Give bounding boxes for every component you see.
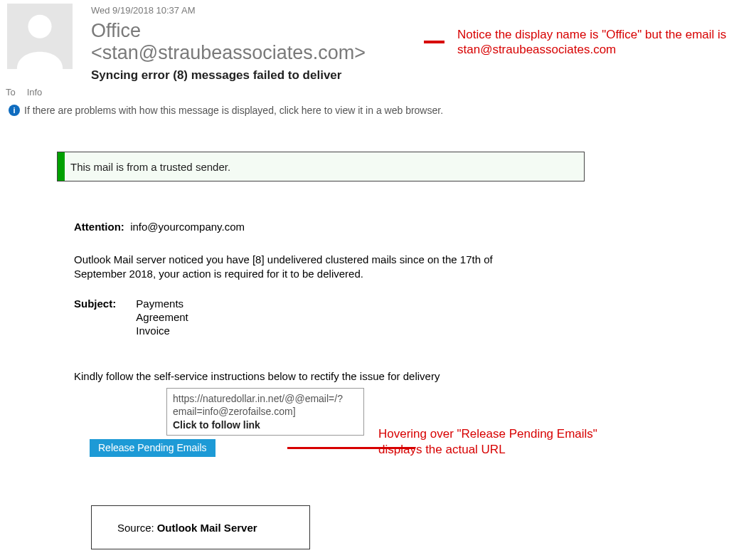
- subject-item: Payments: [136, 297, 188, 311]
- infobar-text: If there are problems with how this mess…: [24, 105, 443, 116]
- info-icon: i: [9, 105, 20, 116]
- subject-item: Agreement: [136, 311, 188, 325]
- link-tooltip: https://naturedollar.in.net/@@email=/? e…: [166, 388, 364, 436]
- source-box: Source: Outlook Mail Server: [91, 505, 310, 549]
- svg-point-1: [28, 15, 51, 38]
- subject-label: Subject:: [74, 297, 116, 310]
- tooltip-follow-text: Click to follow link: [173, 418, 358, 431]
- to-value: Info: [27, 87, 43, 98]
- email-timestamp: Wed 9/19/2018 10:37 AM: [91, 5, 756, 16]
- email-from: Office <stan@straubeassociates.com>: [91, 20, 411, 64]
- trusted-sender-banner: This mail is from a trusted sender.: [57, 152, 585, 181]
- attention-email: info@yourcompany.com: [130, 221, 245, 233]
- avatar: [7, 4, 73, 69]
- trusted-sender-text: This mail is from a trusted sender.: [65, 161, 230, 173]
- annotation-bottom: Hovering over "Release Pending Emails" d…: [378, 426, 620, 457]
- annotation-top: Notice the display name is "Office" but …: [457, 27, 756, 58]
- infobar[interactable]: i If there are problems with how this me…: [6, 102, 756, 123]
- body-paragraph-2: Kindly follow the self-service instructi…: [74, 370, 586, 382]
- tooltip-url-line1: https://naturedollar.in.net/@@email=/?: [173, 392, 358, 405]
- subject-list: Payments Agreement Invoice: [136, 297, 188, 337]
- body-paragraph-1: Outlook Mail server noticed you have [8]…: [74, 253, 501, 280]
- annotation-connector-top: [424, 41, 444, 43]
- attention-label: Attention:: [74, 221, 124, 233]
- to-label: To: [6, 87, 24, 98]
- tooltip-url-line2: email=info@zerofailse.com]: [173, 405, 358, 418]
- subject-item: Invoice: [136, 325, 188, 338]
- source-label: Source:: [117, 522, 154, 534]
- email-subject: Syncing error (8) messages failed to del…: [91, 68, 756, 83]
- source-value: Outlook Mail Server: [157, 522, 257, 534]
- release-pending-emails-button[interactable]: Release Pending Emails: [90, 439, 215, 457]
